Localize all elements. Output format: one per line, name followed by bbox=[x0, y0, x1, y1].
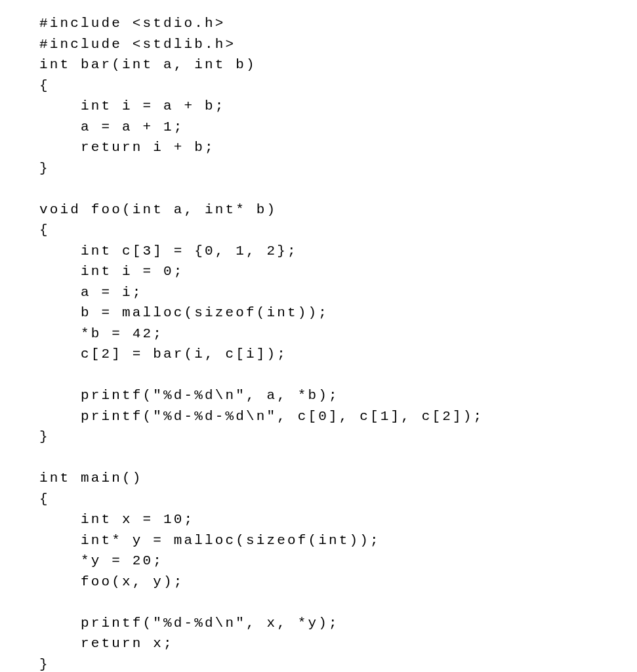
code-block: #include <stdio.h> #include <stdlib.h> i… bbox=[39, 13, 598, 672]
